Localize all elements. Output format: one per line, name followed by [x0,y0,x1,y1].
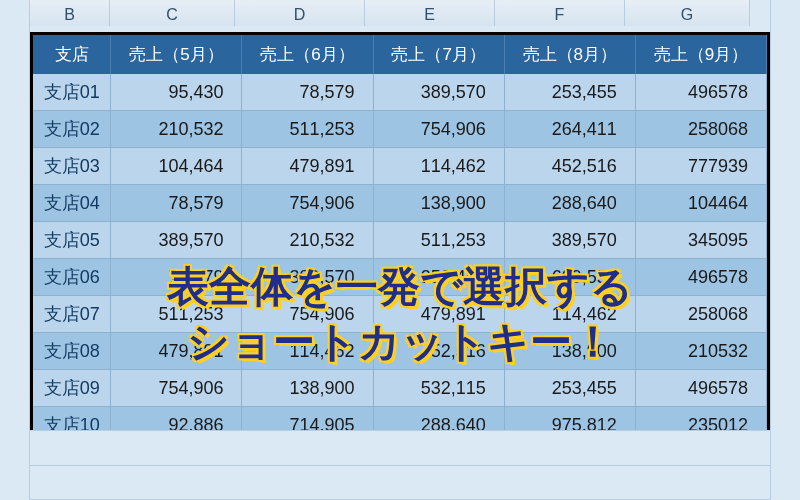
cell[interactable]: 138,900 [373,185,504,222]
cell[interactable]: 253,455 [504,74,635,111]
cell[interactable]: 210,532 [242,222,373,259]
row-label[interactable]: 支店07 [33,296,111,333]
column-header[interactable]: G [625,0,750,26]
table-row[interactable]: 支店07511,253754,906479,891114,462258068 [33,296,767,333]
row-label[interactable]: 支店04 [33,185,111,222]
cell[interactable]: 511,253 [242,111,373,148]
row-label[interactable]: 支店08 [33,333,111,370]
right-gutter [770,0,800,500]
cell[interactable]: 253,455 [504,370,635,407]
row-label[interactable]: 支店06 [33,259,111,296]
cell[interactable]: 389,570 [504,222,635,259]
column-header[interactable]: E [365,0,495,26]
column-header[interactable]: C [110,0,235,26]
cell[interactable]: 210,532 [111,111,242,148]
column-header-row: BCDEFG [30,0,800,26]
selected-table-region[interactable]: 支店売上（5月）売上（6月）売上（7月）売上（8月）売上（9月） 支店0195,… [30,32,770,447]
cell[interactable]: 389,570 [111,222,242,259]
cell[interactable]: 138,900 [242,370,373,407]
cell[interactable]: 78,579 [242,74,373,111]
cell[interactable]: 138,900 [504,333,635,370]
cell[interactable]: 114,462 [504,296,635,333]
row-label[interactable]: 支店01 [33,74,111,111]
header-sales[interactable]: 売上（6月） [242,35,373,74]
table-row[interactable]: 支店02210,532511,253754,906264,411258068 [33,111,767,148]
cell[interactable]: 104,464 [111,148,242,185]
cell[interactable]: 258068 [635,111,766,148]
table-row[interactable]: 支店09754,906138,900532,115253,455496578 [33,370,767,407]
cell[interactable]: 253,455 [373,259,504,296]
cell[interactable]: 288,640 [504,185,635,222]
cell[interactable]: 496578 [635,259,766,296]
cell[interactable]: 78,579 [111,259,242,296]
cell[interactable]: 479,891 [373,296,504,333]
cell[interactable]: 389,570 [373,74,504,111]
spreadsheet: BCDEFG 支店売上（5月）売上（6月）売上（7月）売上（8月）売上（9月） … [0,0,800,500]
cell[interactable]: 345095 [635,222,766,259]
header-sales[interactable]: 売上（7月） [373,35,504,74]
table-row[interactable]: 支店0678,579389,570253,455609,557496578 [33,259,767,296]
cell[interactable]: 114,462 [373,148,504,185]
cell[interactable]: 754,906 [111,370,242,407]
cell[interactable]: 479,891 [111,333,242,370]
row-label[interactable]: 支店09 [33,370,111,407]
table-row[interactable]: 支店08479,891114,462452,516138,900210532 [33,333,767,370]
header-sales[interactable]: 売上（9月） [635,35,766,74]
cell[interactable]: 452,516 [504,148,635,185]
column-header[interactable]: D [235,0,365,26]
cell[interactable]: 609,557 [504,259,635,296]
header-sales[interactable]: 売上（5月） [111,35,242,74]
header-branch[interactable]: 支店 [33,35,111,74]
cell[interactable]: 95,430 [111,74,242,111]
table-row[interactable]: 支店0195,43078,579389,570253,455496578 [33,74,767,111]
row-label[interactable]: 支店05 [33,222,111,259]
cell[interactable]: 496578 [635,370,766,407]
empty-rows [30,430,770,500]
cell[interactable]: 78,579 [111,185,242,222]
cell[interactable]: 258068 [635,296,766,333]
column-header[interactable]: F [495,0,625,26]
table-row[interactable]: 支店05389,570210,532511,253389,570345095 [33,222,767,259]
cell[interactable]: 511,253 [373,222,504,259]
table-row[interactable]: 支店03104,464479,891114,462452,516777939 [33,148,767,185]
cell[interactable]: 452,516 [373,333,504,370]
column-header[interactable]: B [30,0,110,26]
cell[interactable]: 479,891 [242,148,373,185]
cell[interactable]: 496578 [635,74,766,111]
cell[interactable]: 264,411 [504,111,635,148]
cell[interactable]: 210532 [635,333,766,370]
cell[interactable]: 114,462 [242,333,373,370]
row-label[interactable]: 支店03 [33,148,111,185]
cell[interactable]: 777939 [635,148,766,185]
data-table[interactable]: 支店売上（5月）売上（6月）売上（7月）売上（8月）売上（9月） 支店0195,… [33,35,767,444]
cell[interactable]: 754,906 [373,111,504,148]
row-gutter [0,0,30,500]
row-label[interactable]: 支店02 [33,111,111,148]
cell[interactable]: 532,115 [373,370,504,407]
cell[interactable]: 511,253 [111,296,242,333]
cell[interactable]: 754,906 [242,296,373,333]
cell[interactable]: 104464 [635,185,766,222]
table-row[interactable]: 支店0478,579754,906138,900288,640104464 [33,185,767,222]
cell[interactable]: 389,570 [242,259,373,296]
cell[interactable]: 754,906 [242,185,373,222]
header-sales[interactable]: 売上（8月） [504,35,635,74]
